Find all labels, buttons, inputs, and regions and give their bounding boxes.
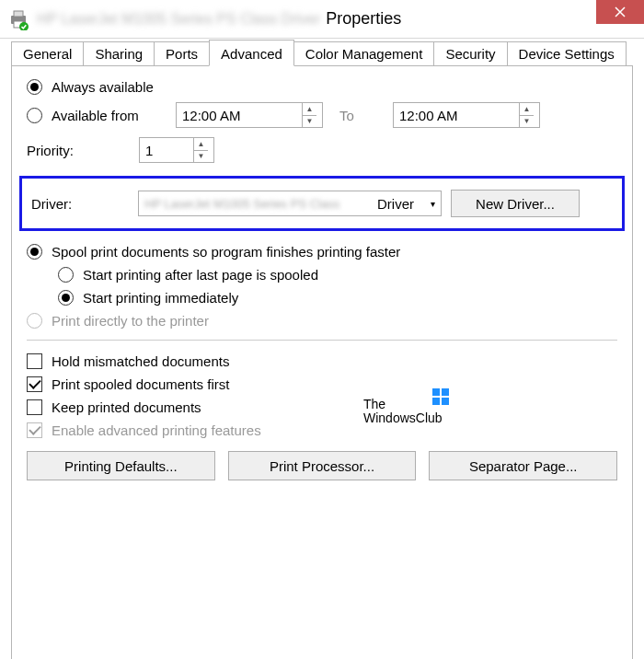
checkbox-hold-mismatched[interactable] xyxy=(27,353,42,369)
chevron-down-icon: ▾ xyxy=(431,199,435,209)
label-enable-advanced: Enable advanced printing features xyxy=(52,422,261,438)
tab-color-management[interactable]: Color Management xyxy=(293,41,435,66)
close-button[interactable] xyxy=(596,0,644,24)
label-spool-documents: Spool print documents so program finishe… xyxy=(52,244,400,260)
tab-device-settings[interactable]: Device Settings xyxy=(507,41,627,66)
label-start-immediately: Start printing immediately xyxy=(83,290,238,306)
time-from-input[interactable]: 12:00 AM ▲▼ xyxy=(176,102,323,128)
label-to: To xyxy=(339,108,376,123)
tab-general[interactable]: General xyxy=(11,41,84,66)
radio-start-after-last[interactable] xyxy=(58,267,74,283)
priority-value: 1 xyxy=(145,143,153,158)
watermark-text: TheWindowsClub xyxy=(363,398,443,426)
radio-available-from[interactable] xyxy=(27,108,42,123)
driver-combo-suffix: Driver xyxy=(377,196,414,212)
radio-spool-documents[interactable] xyxy=(27,244,42,260)
driver-highlight-box: Driver: HP LaserJet M1005 Series PS Clas… xyxy=(19,176,625,231)
separator-page-button[interactable]: Separator Page... xyxy=(429,451,617,480)
priority-spinner[interactable]: ▲▼ xyxy=(193,138,208,162)
print-processor-button[interactable]: Print Processor... xyxy=(228,451,417,480)
label-hold-mismatched: Hold mismatched documents xyxy=(52,353,229,369)
printer-icon xyxy=(7,8,29,30)
svg-rect-1 xyxy=(14,11,23,17)
time-to-value: 12:00 AM xyxy=(399,108,457,123)
driver-combo[interactable]: HP LaserJet M1005 Series PS Class Driver… xyxy=(138,191,442,216)
time-to-input[interactable]: 12:00 AM ▲▼ xyxy=(393,102,540,128)
tabstrip: General Sharing Ports Advanced Color Man… xyxy=(0,39,644,66)
radio-always-available[interactable] xyxy=(27,79,42,95)
printing-defaults-button[interactable]: Printing Defaults... xyxy=(27,451,215,480)
label-available-from: Available from xyxy=(52,108,176,123)
svg-rect-7 xyxy=(442,398,449,405)
radio-print-directly xyxy=(27,313,42,329)
svg-rect-5 xyxy=(442,388,449,396)
new-driver-button[interactable]: New Driver... xyxy=(451,190,580,217)
label-driver: Driver: xyxy=(31,196,138,212)
label-always-available: Always available xyxy=(52,79,154,95)
tab-ports[interactable]: Ports xyxy=(154,41,210,66)
driver-combo-blurred: HP LaserJet M1005 Series PS Class xyxy=(144,197,339,211)
titlebar: HP LaserJet M1005 Series PS Class Driver… xyxy=(0,0,644,39)
tab-security[interactable]: Security xyxy=(433,41,507,66)
separator-line xyxy=(27,340,617,341)
checkbox-enable-advanced xyxy=(27,422,42,438)
tab-sharing[interactable]: Sharing xyxy=(83,41,155,66)
time-from-spinner[interactable]: ▲▼ xyxy=(302,103,316,127)
title-blurred-prefix: HP LaserJet M1005 Series PS Class Driver xyxy=(37,11,320,28)
label-start-after-last: Start printing after last page is spoole… xyxy=(83,267,318,283)
checkbox-print-spooled-first[interactable] xyxy=(27,376,42,392)
label-priority: Priority: xyxy=(27,143,139,158)
checkbox-keep-printed[interactable] xyxy=(27,399,42,415)
svg-rect-4 xyxy=(432,388,440,396)
priority-input[interactable]: 1 ▲▼ xyxy=(139,137,214,163)
window-title: Properties xyxy=(326,9,596,29)
radio-start-immediately[interactable] xyxy=(58,290,74,306)
tab-advanced[interactable]: Advanced xyxy=(209,40,294,66)
time-from-value: 12:00 AM xyxy=(182,108,240,123)
label-keep-printed: Keep printed documents xyxy=(52,399,201,415)
label-print-spooled-first: Print spooled documents first xyxy=(52,376,229,392)
advanced-panel: Always available Available from 12:00 AM… xyxy=(11,65,633,659)
label-print-directly: Print directly to the printer xyxy=(52,313,209,329)
time-to-spinner[interactable]: ▲▼ xyxy=(519,103,534,127)
